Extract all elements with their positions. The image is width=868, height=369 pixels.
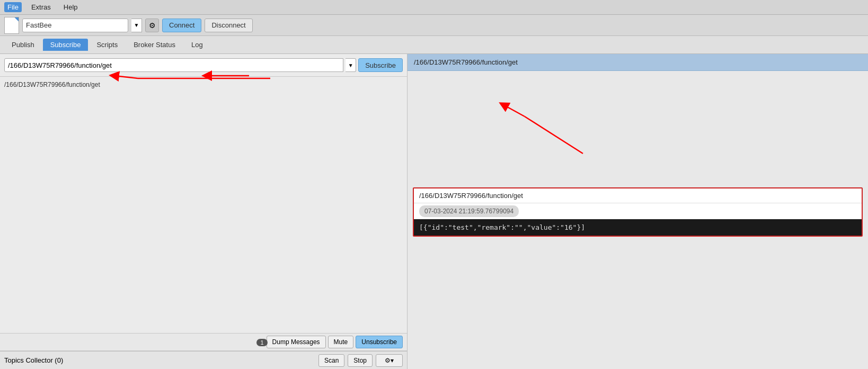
- app-icon: [4, 17, 19, 34]
- stop-button[interactable]: Stop: [348, 354, 373, 367]
- messages-controls: 1 Dump Messages Mute Unsubscribe: [0, 333, 407, 351]
- message-topic: /166/D13W75R79966/function/get: [414, 188, 862, 203]
- connection-dropdown[interactable]: ▼: [131, 19, 142, 32]
- message-detail: /166/D13W75R79966/function/get 07-03-202…: [413, 187, 863, 237]
- tab-publish[interactable]: Publish: [4, 39, 42, 51]
- message-body: [{"id":"test","remark":"","value":"16"}]: [414, 219, 862, 236]
- menu-help[interactable]: Help: [60, 2, 81, 12]
- scan-button[interactable]: Scan: [318, 354, 344, 367]
- messages-area: /166/D13W75R79966/function/get 07-03-202…: [408, 71, 868, 369]
- subscribe-button[interactable]: Subscribe: [358, 58, 403, 72]
- main-content: ▼ Subscribe /166/D13W75R79966/function/g…: [0, 54, 868, 369]
- connection-input[interactable]: [22, 19, 128, 32]
- message-timestamp: 07-03-2024 21:19:59.76799094: [419, 205, 519, 217]
- topic-header-text: /166/D13W75R79966/function/get: [414, 58, 518, 66]
- tab-log[interactable]: Log: [184, 39, 210, 51]
- menu-extras[interactable]: Extras: [28, 2, 54, 12]
- dump-messages-button[interactable]: Dump Messages: [267, 336, 326, 348]
- toolbar: ▼ ⚙ Connect Disconnect: [0, 15, 868, 36]
- message-count-badge: 1: [256, 339, 267, 346]
- connect-button[interactable]: Connect: [162, 19, 201, 32]
- topics-collector: Topics Collector (0) Scan Stop ⚙▾: [0, 351, 407, 369]
- tab-scripts[interactable]: Scripts: [89, 39, 125, 51]
- right-panel: /166/D13W75R79966/function/get /166/D13W…: [408, 54, 868, 369]
- subscriptions-area: /166/D13W75R79966/function/get: [0, 77, 407, 333]
- menu-bar: File Extras Help: [0, 0, 868, 15]
- tab-broker-status[interactable]: Broker Status: [126, 39, 183, 51]
- disconnect-button[interactable]: Disconnect: [205, 19, 252, 32]
- topic-header: /166/D13W75R79966/function/get: [408, 54, 868, 71]
- tab-subscribe[interactable]: Subscribe: [43, 39, 88, 51]
- collector-settings-button[interactable]: ⚙▾: [376, 354, 403, 367]
- subscription-item[interactable]: /166/D13W75R79966/function/get: [4, 80, 403, 89]
- menu-file[interactable]: File: [4, 2, 22, 12]
- topic-input[interactable]: [4, 58, 343, 72]
- gear-icon[interactable]: ⚙: [145, 19, 159, 32]
- mute-button[interactable]: Mute: [328, 336, 354, 348]
- topics-collector-label: Topics Collector (0): [4, 356, 63, 364]
- subscribe-row: ▼ Subscribe: [0, 54, 407, 77]
- tab-bar: Publish Subscribe Scripts Broker Status …: [0, 36, 868, 54]
- left-panel: ▼ Subscribe /166/D13W75R79966/function/g…: [0, 54, 408, 369]
- topic-dropdown[interactable]: ▼: [346, 58, 356, 72]
- unsubscribe-button[interactable]: Unsubscribe: [356, 336, 403, 348]
